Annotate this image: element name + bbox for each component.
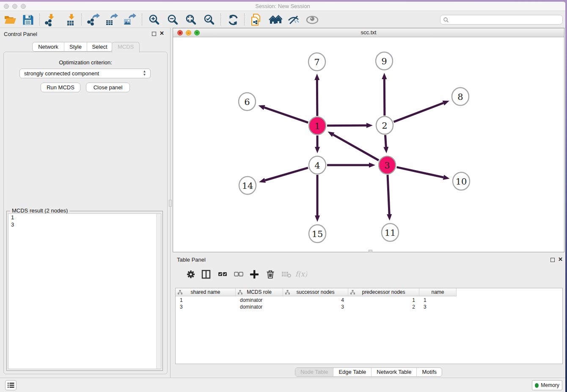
svg-text:10: 10 — [456, 177, 467, 187]
column-sort-icon — [285, 290, 290, 296]
graph-edge-3-1[interactable] — [328, 132, 379, 160]
table-cell[interactable]: dominator — [236, 304, 283, 310]
graph-node-14[interactable]: 14 — [239, 177, 256, 194]
table-cell[interactable]: 2 — [348, 304, 419, 310]
float-table-panel-icon[interactable] — [550, 258, 555, 262]
control-panel-title: Control Panel — [4, 31, 37, 37]
network-window-titlebar[interactable]: ✕ − + scc.txt — [173, 28, 564, 37]
search-field[interactable] — [440, 15, 563, 25]
table-cell[interactable]: 3 — [419, 304, 457, 310]
table-cell[interactable]: dominator — [236, 297, 283, 304]
column-sort-icon — [178, 290, 182, 296]
tab-network[interactable]: Network — [33, 42, 64, 51]
toolbar-separator — [244, 14, 245, 25]
hide-selected-icon[interactable] — [287, 13, 300, 27]
graph-node-3[interactable]: 3 — [379, 156, 396, 174]
graph-node-2[interactable]: 2 — [376, 116, 393, 134]
node-table: shared nameMCDS rolesuccessor nodesprede… — [175, 288, 563, 364]
svg-text:15: 15 — [312, 229, 323, 239]
import-table-icon[interactable] — [64, 13, 78, 27]
graph-edge-4-3[interactable] — [327, 163, 375, 168]
select-all-icon[interactable] — [216, 268, 229, 281]
graph-node-8[interactable]: 8 — [452, 88, 469, 105]
save-session-icon[interactable] — [21, 13, 35, 27]
deselect-all-icon[interactable] — [232, 268, 245, 281]
tab-mcds[interactable]: MCDS — [112, 42, 140, 52]
column-header-name[interactable]: name — [419, 288, 457, 296]
import-network-icon[interactable] — [44, 13, 58, 27]
graph-node-15[interactable]: 15 — [309, 225, 326, 243]
delete-table-icon[interactable] — [280, 268, 293, 281]
tab-motifs[interactable]: Motifs — [417, 368, 442, 376]
column-header-predecessor-nodes[interactable]: predecessor nodes — [348, 288, 419, 296]
graph-node-11[interactable]: 11 — [382, 224, 399, 241]
graph-edge-3-10[interactable] — [396, 167, 449, 180]
run-mcds-button[interactable]: Run MCDS — [41, 83, 80, 92]
mcds-result-text[interactable]: 13 — [8, 213, 161, 369]
add-row-icon[interactable] — [248, 268, 261, 281]
graph-edge-4-15[interactable] — [315, 175, 320, 222]
graph-node-7[interactable]: 7 — [308, 53, 325, 71]
column-header-successor-nodes[interactable]: successor nodes — [283, 288, 348, 296]
graph-edge-3-11[interactable] — [387, 175, 392, 221]
graph-node-1[interactable]: 1 — [309, 117, 326, 135]
criterion-select[interactable]: strongly connected component ▲▼ — [19, 69, 151, 78]
graph-edge-1-6[interactable] — [258, 105, 308, 122]
close-table-panel-icon[interactable]: ✕ — [558, 256, 563, 262]
tab-select[interactable]: Select — [87, 42, 112, 51]
zoom-in-icon[interactable] — [147, 13, 161, 27]
table-cell[interactable]: 1 — [176, 297, 236, 304]
show-columns-icon[interactable] — [200, 268, 212, 281]
export-network-icon[interactable] — [87, 13, 100, 27]
show-selected-icon[interactable] — [306, 13, 319, 27]
svg-text:11: 11 — [385, 228, 396, 238]
graph-node-9[interactable]: 9 — [376, 52, 393, 70]
splitter-grip[interactable] — [169, 200, 172, 207]
graph-edge-4-14[interactable] — [259, 168, 308, 182]
task-history-button[interactable] — [5, 380, 17, 390]
tab-style[interactable]: Style — [64, 42, 87, 51]
close-panel-button[interactable]: Close panel — [86, 83, 130, 92]
open-session-icon[interactable] — [3, 13, 17, 27]
delete-row-icon[interactable] — [264, 268, 277, 281]
settings-gear-icon[interactable] — [184, 268, 197, 281]
column-header-shared-name[interactable]: shared name — [176, 288, 236, 296]
tab-network-table[interactable]: Network Table — [372, 368, 417, 376]
graph-edge-1-2[interactable] — [327, 123, 373, 128]
close-panel-icon[interactable]: ✕ — [160, 30, 164, 36]
table-cell[interactable]: 3 — [283, 304, 348, 310]
graph-edge-2-3[interactable] — [383, 135, 388, 153]
float-panel-icon[interactable] — [152, 32, 156, 36]
copy-network-icon[interactable] — [250, 13, 264, 27]
table-cell[interactable]: 4 — [283, 297, 348, 304]
graph-edge-2-9[interactable] — [382, 73, 387, 116]
graph-edge-1-4[interactable] — [315, 135, 320, 153]
window-titlebar[interactable]: Session: New Session — [0, 2, 565, 11]
network-canvas[interactable]: 7968124314101511 — [173, 38, 564, 252]
table-cell[interactable]: 3 — [176, 304, 236, 310]
search-icon — [443, 17, 449, 23]
table-cell[interactable]: 1 — [348, 297, 419, 304]
svg-text:2: 2 — [382, 121, 387, 131]
apply-layout-icon[interactable] — [226, 13, 240, 27]
graph-node-4[interactable]: 4 — [309, 156, 326, 174]
result-scrollbar[interactable] — [156, 214, 161, 369]
tab-node-table[interactable]: Node Table — [295, 368, 334, 376]
zoom-fit-icon[interactable] — [184, 13, 198, 27]
graph-node-10[interactable]: 10 — [453, 172, 470, 190]
function-builder-icon[interactable]: f(x) — [295, 268, 307, 281]
show-all-networks-icon[interactable] — [269, 13, 282, 27]
zoom-selected-icon[interactable] — [202, 13, 216, 27]
graph-edge-2-8[interactable] — [394, 101, 449, 122]
memory-status-icon — [535, 383, 539, 388]
graph-edge-1-7[interactable] — [314, 74, 319, 116]
export-image-icon[interactable] — [123, 13, 137, 27]
graph-node-6[interactable]: 6 — [239, 93, 256, 110]
zoom-out-icon[interactable] — [166, 13, 179, 27]
export-table-icon[interactable] — [105, 13, 118, 27]
memory-button[interactable]: Memory — [532, 380, 562, 390]
table-cell[interactable]: 1 — [419, 297, 457, 304]
network-resize-grip[interactable] — [369, 250, 372, 252]
column-header-MCDS-role[interactable]: MCDS role — [236, 288, 283, 296]
tab-edge-table[interactable]: Edge Table — [333, 368, 372, 376]
